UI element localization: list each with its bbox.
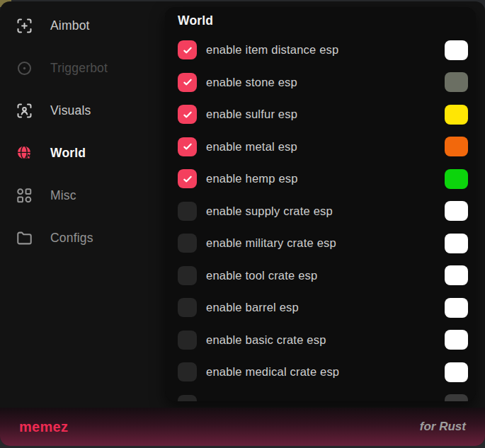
sidebar-item-aimbot[interactable]: Aimbot bbox=[0, 4, 165, 47]
color-swatch[interactable] bbox=[445, 40, 468, 60]
color-swatch[interactable] bbox=[445, 169, 468, 189]
color-swatch[interactable] bbox=[445, 362, 468, 382]
footer: memez for Rust bbox=[0, 408, 485, 446]
color-swatch[interactable] bbox=[445, 72, 468, 92]
esp-row: enable military crate esp bbox=[178, 227, 476, 260]
misc-category-icon bbox=[15, 186, 34, 205]
color-swatch[interactable] bbox=[445, 394, 468, 401]
color-swatch[interactable] bbox=[445, 105, 468, 125]
esp-row: enable stone esp bbox=[178, 67, 476, 99]
esp-row-label: enable barrel esp bbox=[206, 301, 445, 314]
esp-row: enable basic crate esp bbox=[178, 324, 476, 357]
sidebar-item-label: Misc bbox=[50, 188, 76, 203]
sidebar-item-triggerbot[interactable]: Triggerbot bbox=[0, 47, 165, 89]
color-swatch[interactable] bbox=[445, 265, 468, 285]
esp-row: enable tool crate esp bbox=[178, 260, 476, 292]
checked-checkbox[interactable] bbox=[178, 73, 197, 92]
sidebar-item-visuals[interactable]: Visuals bbox=[0, 89, 165, 132]
sidebar-item-configs[interactable]: Configs bbox=[0, 217, 165, 259]
tagline-text: for Rust bbox=[420, 420, 466, 434]
color-swatch[interactable] bbox=[445, 137, 468, 156]
esp-row: enable barrel esp bbox=[178, 292, 476, 324]
triggerbot-circle-dot-icon bbox=[15, 59, 34, 78]
esp-row-label: enable stone esp bbox=[206, 76, 445, 89]
world-globe-star-icon bbox=[15, 144, 34, 163]
unchecked-checkbox[interactable] bbox=[178, 395, 197, 401]
esp-row-label: enable military crate esp bbox=[206, 236, 445, 250]
checked-checkbox[interactable] bbox=[178, 137, 197, 156]
esp-row-label: enable basic crate esp bbox=[206, 333, 445, 347]
brand-text: memez bbox=[19, 419, 68, 435]
esp-row-label: enable hemp esp bbox=[206, 172, 445, 185]
sidebar-item-label: Configs bbox=[50, 231, 93, 246]
visuals-scan-person-icon bbox=[15, 101, 34, 120]
world-panel: World enable item distance espenable sto… bbox=[165, 7, 476, 401]
aimbot-crosshair-icon bbox=[15, 16, 34, 35]
main-area: AimbotTriggerbotVisualsWorldMiscConfigs … bbox=[0, 1, 485, 408]
checked-checkbox[interactable] bbox=[178, 40, 197, 59]
sidebar: AimbotTriggerbotVisualsWorldMiscConfigs bbox=[0, 1, 165, 408]
unchecked-checkbox[interactable] bbox=[178, 202, 197, 221]
sidebar-item-label: World bbox=[50, 146, 86, 161]
sidebar-item-label: Triggerbot bbox=[50, 61, 108, 76]
cheat-menu-window: AimbotTriggerbotVisualsWorldMiscConfigs … bbox=[0, 1, 485, 446]
esp-row: enable item distance esp bbox=[178, 34, 476, 67]
esp-row-label: enable item distance esp bbox=[206, 43, 445, 57]
sidebar-item-misc[interactable]: Misc bbox=[0, 174, 165, 217]
unchecked-checkbox[interactable] bbox=[178, 331, 197, 350]
esp-row-label: enable metal esp bbox=[206, 140, 445, 154]
color-swatch[interactable] bbox=[445, 201, 468, 221]
color-swatch[interactable] bbox=[445, 234, 468, 253]
esp-row: enable sulfur esp bbox=[178, 98, 476, 131]
esp-row: enable hemp esp bbox=[178, 163, 476, 195]
esp-row: enable metal esp bbox=[178, 131, 476, 163]
checked-checkbox[interactable] bbox=[178, 105, 197, 124]
panel-title: World bbox=[178, 7, 476, 34]
esp-row-label: enable sulfur esp bbox=[206, 108, 445, 121]
color-swatch[interactable] bbox=[445, 330, 468, 350]
sidebar-item-world[interactable]: World bbox=[0, 132, 165, 174]
esp-row-label: enable tool crate esp bbox=[206, 269, 445, 282]
esp-row-label: enable supply crate esp bbox=[206, 205, 445, 218]
color-swatch[interactable] bbox=[445, 298, 468, 318]
unchecked-checkbox[interactable] bbox=[178, 234, 197, 253]
unchecked-checkbox[interactable] bbox=[178, 362, 197, 381]
panel-scroll-area[interactable]: enable item distance espenable stone esp… bbox=[178, 34, 476, 401]
esp-row: enable supply crate esp bbox=[178, 195, 476, 228]
esp-row-label: enable medical crate esp bbox=[206, 365, 445, 379]
unchecked-checkbox[interactable] bbox=[178, 298, 197, 317]
checked-checkbox[interactable] bbox=[178, 169, 197, 188]
esp-row: enable medical crate esp bbox=[178, 356, 476, 389]
esp-row bbox=[178, 389, 476, 402]
unchecked-checkbox[interactable] bbox=[178, 266, 197, 285]
sidebar-item-label: Aimbot bbox=[50, 18, 90, 33]
sidebar-item-label: Visuals bbox=[50, 103, 91, 118]
configs-folder-icon bbox=[15, 229, 34, 248]
